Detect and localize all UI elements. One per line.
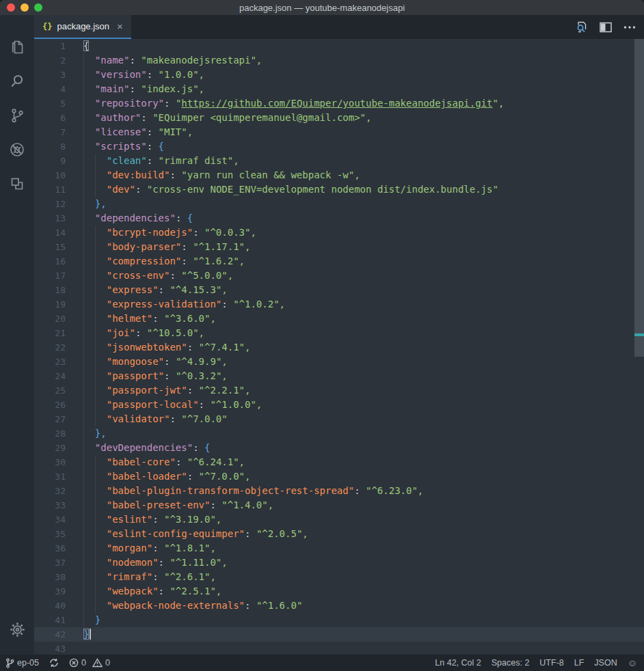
- eol-status[interactable]: LF: [574, 658, 585, 668]
- indent-guide: [83, 613, 84, 627]
- code-line[interactable]: 34 "eslint": "^3.19.0",: [34, 512, 644, 527]
- code-line[interactable]: 21 "joi": "^10.5.0",: [34, 326, 644, 340]
- indent-guide: [83, 340, 84, 355]
- code-line[interactable]: 41 }: [34, 613, 644, 627]
- code-text: "rimraf": "^2.6.1",: [83, 570, 644, 584]
- zoom-window-button[interactable]: [34, 3, 42, 12]
- editor-actions: [575, 15, 636, 39]
- code-line[interactable]: 38 "rimraf": "^2.6.1",: [34, 570, 644, 584]
- language-mode-status[interactable]: JSON: [594, 658, 617, 668]
- code-line[interactable]: 25 "passport-jwt": "^2.2.1",: [34, 383, 644, 398]
- code-line[interactable]: 2 "name": "makeanodejsrestapi",: [34, 53, 644, 68]
- code-line[interactable]: 10 "dev:build": "yarn run clean && webpa…: [34, 168, 644, 182]
- code-line[interactable]: 33 "babel-preset-env": "^1.4.0",: [34, 498, 644, 512]
- tab-label: package.json: [57, 21, 109, 31]
- encoding-status[interactable]: UTF-8: [539, 658, 563, 668]
- code-line[interactable]: 19 "express-validation": "^1.0.2",: [34, 297, 644, 312]
- indent-guide: [95, 584, 96, 599]
- line-number: 20: [34, 312, 83, 326]
- code-line[interactable]: 37 "nodemon": "^1.11.0",: [34, 556, 644, 570]
- code-line[interactable]: 36 "morgan": "^1.8.1",: [34, 541, 644, 556]
- code-line[interactable]: 32 "babel-plugin-transform-object-rest-s…: [34, 484, 644, 498]
- code-area: 1{2 "name": "makeanodejsrestapi",3 "vers…: [34, 39, 644, 655]
- indent-guide: [95, 269, 96, 283]
- code-line[interactable]: 18 "express": "^4.15.3",: [34, 283, 644, 297]
- code-text: "express-validation": "^1.0.2",: [83, 297, 644, 312]
- tab-package-json[interactable]: {} package.json ×: [34, 15, 131, 39]
- code-line[interactable]: 42}: [34, 627, 644, 642]
- line-number: 4: [34, 82, 83, 96]
- search-icon[interactable]: [0, 64, 34, 98]
- close-window-button[interactable]: [7, 3, 15, 12]
- code-line[interactable]: 7 "license": "MIT",: [34, 125, 644, 139]
- code-line[interactable]: 40 "webpack-node-externals": "^1.6.0": [34, 599, 644, 613]
- git-branch-status[interactable]: ep-05: [5, 658, 39, 668]
- indent-guide: [95, 570, 96, 584]
- code-line[interactable]: 29 "devDependencies": {: [34, 441, 644, 455]
- code-line[interactable]: 14 "bcrypt-nodejs": "^0.0.3",: [34, 225, 644, 240]
- indent-guide: [95, 254, 96, 269]
- text-cursor: [90, 629, 91, 640]
- code-line[interactable]: 17 "cross-env": "^5.0.0",: [34, 269, 644, 283]
- sync-status[interactable]: [49, 658, 59, 668]
- indent-guide: [83, 383, 84, 398]
- code-line[interactable]: 8 "scripts": {: [34, 139, 644, 154]
- code-text: "version": "1.0.0",: [83, 68, 644, 82]
- line-number: 35: [34, 527, 83, 541]
- code-line[interactable]: 12 },: [34, 197, 644, 211]
- indent-guide: [83, 225, 84, 240]
- code-text: "compression": "^1.6.2",: [83, 254, 644, 269]
- code-line[interactable]: 35 "eslint-config-equimper": "^2.0.5",: [34, 527, 644, 541]
- indentation-status[interactable]: Spaces: 2: [492, 658, 530, 668]
- indent-guide: [83, 412, 84, 426]
- code-line[interactable]: 4 "main": "index.js",: [34, 82, 644, 96]
- explorer-icon[interactable]: [0, 30, 34, 64]
- code-line[interactable]: 27 "validator": "^7.0.0": [34, 412, 644, 426]
- branch-icon: [5, 658, 14, 668]
- activity-bar: [0, 15, 34, 655]
- line-number: 24: [34, 369, 83, 383]
- code-line[interactable]: 6 "author": "EQuimper <quimperemanuel@gm…: [34, 111, 644, 125]
- code-line[interactable]: 3 "version": "1.0.0",: [34, 68, 644, 82]
- code-line[interactable]: 15 "body-parser": "^1.17.1",: [34, 240, 644, 254]
- minimize-window-button[interactable]: [21, 3, 29, 12]
- code-line[interactable]: 43: [34, 642, 644, 655]
- code-line[interactable]: 22 "jsonwebtoken": "^7.4.1",: [34, 340, 644, 355]
- code-line[interactable]: 20 "helmet": "^3.6.0",: [34, 312, 644, 326]
- code-line[interactable]: 24 "passport": "^0.3.2",: [34, 369, 644, 383]
- extensions-icon[interactable]: [0, 167, 34, 201]
- error-icon: [69, 658, 79, 668]
- code-line[interactable]: 28 },: [34, 426, 644, 441]
- code-line[interactable]: 26 "passport-local": "^1.0.0",: [34, 398, 644, 412]
- code-text: "eslint": "^3.19.0",: [83, 512, 644, 527]
- indent-guide: [95, 512, 96, 527]
- cursor-position-status[interactable]: Ln 42, Col 2: [435, 658, 481, 668]
- line-number: 38: [34, 570, 83, 584]
- code-line[interactable]: 31 "babel-loader": "^7.0.0",: [34, 469, 644, 484]
- code-text: "main": "index.js",: [83, 82, 644, 96]
- debug-disabled-icon[interactable]: [0, 133, 34, 167]
- indent-guide: [83, 53, 84, 68]
- editor-pane[interactable]: 1{2 "name": "makeanodejsrestapi",3 "vers…: [34, 39, 644, 655]
- code-line[interactable]: 23 "mongoose": "^4.9.9",: [34, 355, 644, 369]
- indent-guide: [83, 297, 84, 312]
- json-braces-icon: {}: [42, 22, 52, 31]
- settings-gear-icon[interactable]: [0, 612, 34, 646]
- feedback-smiley-icon[interactable]: ☺: [628, 658, 637, 668]
- code-line[interactable]: 9 "clean": "rimraf dist",: [34, 154, 644, 168]
- code-line[interactable]: 16 "compression": "^1.6.2",: [34, 254, 644, 269]
- scrollbar-thumb[interactable]: [634, 39, 644, 357]
- code-line[interactable]: 30 "babel-core": "^6.24.1",: [34, 455, 644, 469]
- more-actions-icon[interactable]: [623, 25, 636, 29]
- code-line[interactable]: 11 "dev": "cross-env NODE_ENV=developmen…: [34, 182, 644, 197]
- split-editor-icon[interactable]: [600, 22, 612, 33]
- code-line[interactable]: 39 "webpack": "^2.5.1",: [34, 584, 644, 599]
- problems-status[interactable]: 0 0: [69, 658, 110, 668]
- code-line[interactable]: 1{: [34, 39, 644, 53]
- open-preview-icon[interactable]: [575, 20, 588, 33]
- code-line[interactable]: 5 "repository": "https://github.com/EQui…: [34, 96, 644, 111]
- source-control-icon[interactable]: [0, 98, 34, 133]
- tab-close-icon[interactable]: ×: [117, 21, 123, 31]
- code-line[interactable]: 13 "dependencies": {: [34, 211, 644, 225]
- indent-guide: [83, 211, 84, 225]
